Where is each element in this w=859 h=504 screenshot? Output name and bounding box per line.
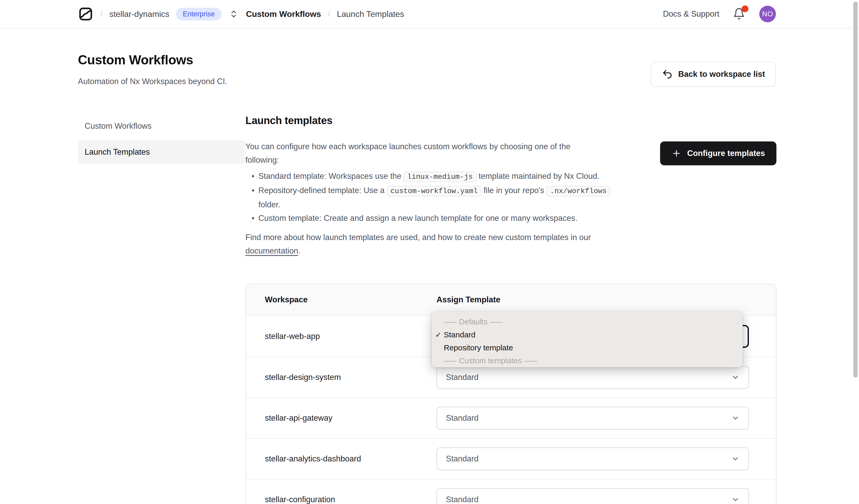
template-dropdown-menu: ––– Defaults ––– ✓ Standard Repository t… <box>432 312 743 367</box>
workspace-name: stellar-analytics-dashboard <box>265 454 361 463</box>
configure-button-label: Configure templates <box>687 149 765 158</box>
undo-arrow-icon <box>662 68 673 80</box>
bullet-marker: • <box>245 184 258 212</box>
sidenav-item-custom-workflows[interactable]: Custom Workflows <box>78 115 245 138</box>
documentation-note: Find more about how launch templates are… <box>245 231 611 258</box>
section-heading: Launch templates <box>245 115 777 126</box>
dropdown-option-standard[interactable]: ✓ Standard <box>432 328 743 341</box>
select-value: Standard <box>446 454 479 463</box>
workspace-name: stellar-api-gateway <box>265 413 332 423</box>
breadcrumb-separator: / <box>100 9 103 19</box>
sidenav-item-launch-templates[interactable]: Launch Templates <box>78 140 245 164</box>
checkmark-icon: ✓ <box>435 330 441 339</box>
vertical-scrollbar-thumb[interactable] <box>853 2 858 378</box>
page-title: Custom Workflows <box>78 52 227 67</box>
nx-cloud-logo-icon[interactable] <box>78 6 93 22</box>
dropdown-group-defaults: ––– Defaults ––– <box>432 315 743 328</box>
code-chip: custom-workflow.yaml <box>387 186 481 197</box>
list-item: • Custom template: Create and assign a n… <box>245 212 611 225</box>
intro-line-2: following: <box>245 155 279 165</box>
table-row: stellar-web-app Standard ––– Defaults ––… <box>246 316 776 356</box>
main-panel: Launch templates You can configure how e… <box>245 115 777 504</box>
table-row: stellar-configuration Standard <box>246 479 776 504</box>
select-value: Standard <box>446 495 479 504</box>
content-area: Custom Workflows Launch Templates Launch… <box>0 87 859 504</box>
select-value: Standard <box>446 413 479 423</box>
back-to-workspace-list-button[interactable]: Back to workspace list <box>651 62 776 87</box>
dropdown-option-repository-template[interactable]: Repository template <box>432 341 743 354</box>
notifications-bell-icon[interactable] <box>733 7 746 21</box>
org-switcher-chevrons-icon[interactable] <box>229 10 238 18</box>
template-options-list: • Standard template: Workspaces use the … <box>245 169 611 225</box>
section-description: You can configure how each workspace lau… <box>245 140 611 258</box>
intro-line-1: You can configure how each workspace lau… <box>245 142 571 151</box>
top-navigation-bar: / stellar-dynamics Enterprise Custom Wor… <box>0 0 859 29</box>
workspace-name: stellar-design-system <box>265 373 341 382</box>
column-header-workspace: Workspace <box>265 295 308 304</box>
column-header-assign-template: Assign Template <box>437 295 500 304</box>
list-item: • Standard template: Workspaces use the … <box>245 169 611 184</box>
select-value: Standard <box>446 373 479 382</box>
template-select-stellar-design-system[interactable]: Standard <box>437 366 749 389</box>
code-chip: linux-medium-js <box>404 171 476 182</box>
list-item: • Repository-defined template: Use a cus… <box>245 184 611 212</box>
page-header: Custom Workflows Automation of Nx Worksp… <box>0 29 859 87</box>
back-button-label: Back to workspace list <box>678 70 765 79</box>
chevron-down-icon <box>731 414 740 422</box>
chevron-down-icon <box>731 373 740 382</box>
topbar-actions: Docs & Support NO <box>663 6 776 22</box>
workspace-name: stellar-web-app <box>265 332 320 341</box>
table-row: stellar-api-gateway Standard <box>246 397 776 438</box>
dropdown-group-custom-templates: ––– Custom templates ––– <box>432 354 743 367</box>
configure-templates-button[interactable]: Configure templates <box>660 141 777 165</box>
breadcrumb-org[interactable]: stellar-dynamics <box>109 9 169 19</box>
breadcrumb-section[interactable]: Custom Workflows <box>246 9 321 19</box>
plus-icon <box>672 149 681 158</box>
user-avatar[interactable]: NO <box>759 6 776 22</box>
settings-sidenav: Custom Workflows Launch Templates <box>78 115 245 164</box>
breadcrumb-page: Launch Templates <box>337 9 404 19</box>
plan-badge: Enterprise <box>176 8 222 20</box>
page-subtitle: Automation of Nx Workspaces beyond CI. <box>78 77 227 86</box>
workspace-template-table: Workspace Assign Template stellar-web-ap… <box>245 284 777 504</box>
app-window: / stellar-dynamics Enterprise Custom Wor… <box>0 0 859 504</box>
table-header-row: Workspace Assign Template <box>246 284 776 316</box>
code-chip: .nx/workflows <box>546 186 610 197</box>
breadcrumb: / stellar-dynamics Enterprise Custom Wor… <box>78 6 404 22</box>
chevron-down-icon <box>731 455 740 463</box>
bullet-marker: • <box>245 212 258 225</box>
workspace-name: stellar-configuration <box>265 495 335 504</box>
notification-dot <box>742 5 748 12</box>
template-select-stellar-api-gateway[interactable]: Standard <box>437 407 749 429</box>
breadcrumb-separator: / <box>328 9 330 19</box>
template-select-stellar-analytics-dashboard[interactable]: Standard <box>437 447 749 470</box>
bullet-marker: • <box>245 169 258 184</box>
documentation-link[interactable]: documentation <box>245 246 298 255</box>
chevron-down-icon <box>731 495 740 504</box>
table-row: stellar-analytics-dashboard Standard <box>246 438 776 479</box>
template-select-stellar-configuration[interactable]: Standard <box>437 488 749 504</box>
docs-support-link[interactable]: Docs & Support <box>663 9 719 19</box>
